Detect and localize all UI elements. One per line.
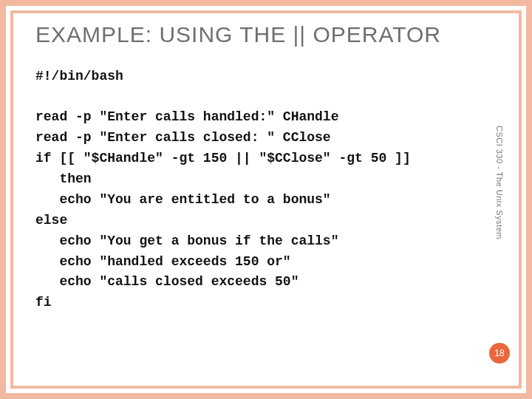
slide-title: EXAMPLE: USING THE || OPERATOR [35, 21, 466, 49]
content-area: EXAMPLE: USING THE || OPERATOR #!/bin/ba… [35, 21, 466, 377]
page-number: 18 [494, 348, 504, 358]
code-block: #!/bin/bash read -p "Enter calls handled… [35, 66, 466, 314]
course-label: CSCI 330 - The Unix System [492, 126, 504, 303]
slide: EXAMPLE: USING THE || OPERATOR #!/bin/ba… [0, 0, 532, 399]
page-number-badge: 18 [489, 343, 510, 364]
